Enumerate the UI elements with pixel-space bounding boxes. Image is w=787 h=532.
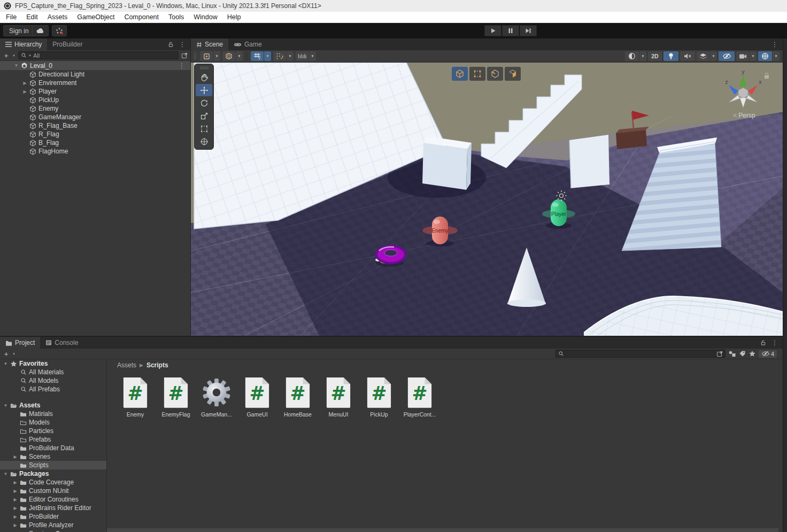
hidden-packages-toggle[interactable]: 4	[759, 350, 777, 358]
project-search[interactable]	[555, 350, 726, 358]
tree-item[interactable]: Prefabs	[0, 435, 106, 444]
tab-hierarchy[interactable]: Hierarchy	[0, 38, 47, 50]
edge-mode-button[interactable]	[487, 67, 503, 81]
asset-item[interactable]: # GameUI	[237, 375, 277, 418]
sign-in-button[interactable]: Sign in	[3, 25, 35, 36]
scene-visibility-toggle-button[interactable]	[719, 51, 735, 61]
menu-item[interactable]: Window	[189, 12, 222, 23]
menu-item[interactable]: Edit	[21, 12, 43, 23]
collab-error-button[interactable]	[52, 25, 67, 36]
grid-dropdown-icon[interactable]: ▼	[264, 51, 271, 61]
panel-menu-icon[interactable]: ⋮	[771, 41, 778, 48]
view-hand-tool-button[interactable]	[196, 71, 212, 83]
expander-icon[interactable]: ▶	[12, 523, 19, 528]
tab-scene[interactable]: Scene	[191, 38, 228, 50]
hierarchy-item[interactable]: ▶ Envirernment	[0, 79, 190, 87]
add-dropdown-icon[interactable]: ▼	[12, 54, 16, 57]
hierarchy-item[interactable]: Enemy	[0, 104, 190, 113]
tree-item[interactable]: All Models	[0, 376, 106, 385]
projection-mode[interactable]: <Persp	[717, 112, 771, 119]
scene-3d-render[interactable]: Enemy Player	[191, 63, 783, 336]
rect-tool-button[interactable]	[196, 122, 212, 135]
breadcrumb-assets[interactable]: Assets	[117, 361, 136, 369]
tree-item[interactable]: Particles	[0, 427, 106, 435]
tree-item[interactable]: Matirials	[0, 410, 106, 418]
hierarchy-item[interactable]: ▶ Player	[0, 87, 190, 96]
axis-y-cone[interactable]	[739, 75, 747, 87]
hierarchy-item[interactable]: FlagHome	[0, 147, 190, 156]
tab-game[interactable]: Game	[228, 38, 267, 50]
expander-icon[interactable]: ▼	[2, 403, 9, 408]
scale-tool-button[interactable]	[196, 110, 212, 122]
pickup-torus[interactable]	[375, 246, 405, 267]
pivot-dropdown-icon[interactable]: ▼	[213, 51, 220, 61]
tree-item[interactable]: ▶ Scenes	[0, 452, 106, 461]
tree-item[interactable]: ▶ JetBrains Rider Editor	[0, 504, 106, 512]
face-mode-button[interactable]	[505, 67, 521, 81]
rotation-dropdown-icon[interactable]: ▼	[236, 51, 243, 61]
tree-item[interactable]: ▶ ProBuilder	[0, 512, 106, 521]
foldout-down-icon[interactable]: ▼	[13, 63, 20, 68]
create-dropdown-icon[interactable]: ▼	[12, 352, 16, 356]
toolbar-grip[interactable]	[194, 52, 196, 60]
shading-dropdown-icon[interactable]: ▼	[639, 51, 646, 61]
open-in-window-icon[interactable]	[716, 351, 723, 357]
menu-item[interactable]: Help	[222, 12, 246, 23]
lock-icon[interactable]	[168, 41, 174, 48]
tree-item[interactable]: ▼ Packages	[0, 469, 106, 478]
tree-item[interactable]: ▼ Assets	[0, 401, 106, 410]
tree-item[interactable]: ▶ Custom NUnit	[0, 487, 106, 495]
favorites-filter-icon[interactable]	[749, 350, 756, 357]
tree-item[interactable]: Scripts	[0, 461, 106, 469]
move-tool-button[interactable]	[196, 84, 212, 96]
tree-item[interactable]: ▶ Editor Coroutines	[0, 495, 106, 504]
axis-x-cone[interactable]	[748, 85, 758, 95]
hierarchy-item[interactable]: R_Flag_Base	[0, 121, 190, 130]
grid-visibility-button[interactable]: Y	[251, 51, 264, 61]
tab-probuilder[interactable]: ProBuilder	[47, 38, 88, 50]
transform-tool-button[interactable]	[196, 135, 212, 148]
menu-item[interactable]: Assets	[43, 12, 73, 23]
hierarchy-item[interactable]: PickUp	[0, 96, 190, 104]
menu-item[interactable]: Tools	[164, 12, 189, 23]
pause-button[interactable]	[502, 25, 519, 36]
gizmos-dropdown-icon[interactable]: ▼	[773, 51, 780, 61]
expander-icon[interactable]: ▶	[12, 489, 19, 494]
object-mode-button[interactable]	[452, 67, 468, 81]
content-horizontal-scrollbar[interactable]	[107, 528, 778, 532]
hierarchy-search[interactable]: ▼	[18, 51, 179, 59]
pillar-box[interactable]	[422, 136, 472, 190]
search-filter-dropdown-icon[interactable]: ▼	[28, 54, 32, 57]
hierarchy-item[interactable]: Directional Light	[0, 70, 190, 79]
expander-icon[interactable]: ▼	[2, 472, 9, 476]
hierarchy-item[interactable]: GameManager	[0, 113, 190, 121]
cloud-button[interactable]	[32, 25, 49, 36]
expander-icon[interactable]: ▶	[12, 480, 19, 485]
tree-item[interactable]: All Materials	[0, 368, 106, 376]
snap-button[interactable]	[273, 51, 286, 61]
hierarchy-item[interactable]: B_Flag	[0, 138, 190, 147]
lock-icon[interactable]	[760, 340, 766, 346]
orientation-gizmo[interactable]: y z x <Persp	[717, 69, 771, 119]
asset-item[interactable]: # Enemy	[115, 375, 156, 418]
project-search-input[interactable]	[566, 351, 715, 357]
expander-icon[interactable]: ▶	[12, 497, 19, 502]
snap-increment-dropdown-icon[interactable]: ▼	[309, 51, 316, 61]
scene-options-icon[interactable]: ⋮	[179, 63, 190, 69]
palette-drag-handle[interactable]	[196, 65, 212, 71]
asset-item[interactable]: # PlayerCont...	[399, 375, 440, 418]
handle-rotation-button[interactable]	[222, 51, 235, 61]
asset-item[interactable]: # PickUp	[359, 375, 399, 418]
step-button[interactable]	[520, 25, 537, 36]
lighting-toggle-button[interactable]	[663, 51, 678, 61]
menu-item[interactable]: GameObject	[72, 12, 119, 23]
tree-item[interactable]: ▶ Profile Analyzer	[0, 521, 106, 529]
camera-settings-button[interactable]	[736, 51, 749, 61]
asset-item[interactable]: # HomeBase	[277, 375, 318, 418]
breadcrumb-current[interactable]: Scripts	[146, 361, 168, 369]
expander-icon[interactable]: ▶	[21, 89, 28, 94]
play-button[interactable]	[484, 25, 501, 36]
snap-increment-button[interactable]	[296, 51, 308, 61]
effects-dropdown-icon[interactable]: ▼	[710, 51, 717, 61]
panel-menu-icon[interactable]: ⋮	[771, 340, 778, 346]
